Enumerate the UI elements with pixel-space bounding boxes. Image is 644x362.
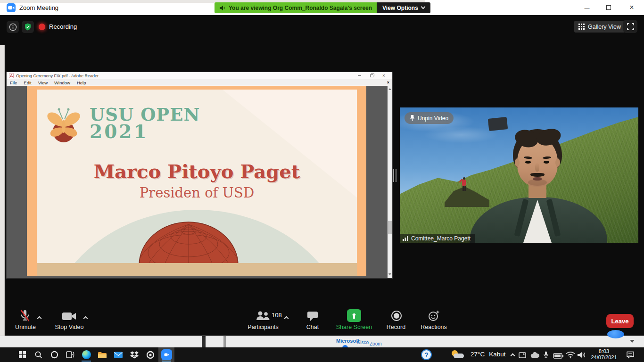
slide-speaker-role: Presiden of USD bbox=[37, 185, 357, 201]
task-view-button[interactable] bbox=[62, 347, 78, 362]
scroll-up-arrow[interactable] bbox=[388, 87, 392, 90]
mic-tray-button[interactable] bbox=[543, 351, 549, 361]
person-ear-left bbox=[515, 158, 520, 167]
window-title: Zoom Meeting bbox=[19, 4, 58, 11]
search-button[interactable] bbox=[30, 347, 46, 362]
unmute-button[interactable]: Unmute bbox=[8, 324, 42, 330]
zoom-taskbar-button[interactable] bbox=[158, 347, 174, 362]
meeting-info-button[interactable] bbox=[7, 21, 19, 33]
mail-icon bbox=[114, 351, 123, 359]
zoom-app-icon bbox=[7, 3, 16, 12]
banner-message: You are viewing Org Comm_Ronaldo Sagala'… bbox=[229, 5, 372, 11]
share-screen-icon[interactable] bbox=[347, 309, 361, 322]
unpin-video-label: Unpin Video bbox=[418, 115, 448, 122]
pdf-close-button[interactable]: × bbox=[378, 73, 390, 78]
participants-button[interactable]: Participants bbox=[243, 324, 283, 330]
pdf-restore-button[interactable] bbox=[365, 74, 378, 77]
pdf-menubar-close-icon[interactable]: × bbox=[384, 80, 392, 85]
battery-icon bbox=[553, 353, 564, 359]
menu-file[interactable]: File bbox=[7, 80, 20, 85]
mail-button[interactable] bbox=[110, 347, 126, 362]
globe-dome-illustration bbox=[138, 221, 239, 265]
close-button[interactable]: × bbox=[619, 0, 644, 15]
weather-text[interactable]: 27°C Kabut bbox=[471, 351, 505, 358]
help-icon: ? bbox=[424, 351, 429, 359]
scroll-down-arrow[interactable] bbox=[388, 273, 392, 277]
taskbar: ? 27°C Kabut 8:03 24/07/2 bbox=[0, 347, 644, 362]
scrollbar-thumb[interactable] bbox=[388, 221, 392, 234]
video-options-chevron[interactable] bbox=[83, 316, 88, 321]
person-ear-right bbox=[555, 158, 560, 167]
menu-window[interactable]: Window bbox=[51, 80, 74, 85]
dropbox-button[interactable] bbox=[126, 347, 142, 362]
tray-screen-clip-button[interactable] bbox=[519, 352, 526, 360]
maximize-button[interactable] bbox=[598, 0, 619, 15]
leave-button[interactable]: Leave bbox=[606, 314, 634, 328]
background-window-strip: Microsoft Cisco Zoom bbox=[0, 336, 644, 347]
minimize-button[interactable]: — bbox=[576, 0, 598, 15]
wifi-icon bbox=[566, 351, 575, 359]
mic-tray-icon bbox=[543, 351, 549, 359]
volume-tray-button[interactable] bbox=[577, 351, 586, 361]
weather-condition: Kabut bbox=[489, 351, 505, 358]
fullscreen-button[interactable] bbox=[623, 20, 637, 33]
bg-label-zoom: Zoom bbox=[370, 341, 382, 346]
menu-view[interactable]: View bbox=[35, 80, 51, 85]
strip-caret-icon[interactable] bbox=[630, 340, 635, 345]
record-button[interactable]: Record bbox=[383, 324, 409, 330]
pdf-minimize-button[interactable] bbox=[353, 75, 365, 76]
participants-icon[interactable] bbox=[255, 311, 270, 321]
app-ring-button[interactable] bbox=[142, 347, 158, 362]
info-icon bbox=[9, 23, 17, 31]
pdf-scrollbar[interactable] bbox=[388, 86, 392, 278]
participants-options-chevron[interactable] bbox=[284, 316, 289, 321]
help-tray-button[interactable]: ? bbox=[421, 349, 432, 360]
start-button[interactable] bbox=[14, 347, 30, 362]
view-options-button[interactable]: View Options bbox=[377, 2, 430, 13]
mic-muted-icon[interactable] bbox=[19, 309, 31, 322]
record-icon[interactable] bbox=[390, 310, 403, 322]
panel-resize-handle[interactable] bbox=[393, 169, 396, 182]
floating-zoom-dot[interactable] bbox=[607, 330, 624, 338]
person-eye-right bbox=[544, 161, 549, 164]
weather-button[interactable] bbox=[451, 350, 468, 360]
clock-tray-button[interactable]: 8:03 24/07/2021 bbox=[587, 348, 620, 361]
strip-divider-1 bbox=[202, 336, 206, 347]
battery-tray-button[interactable] bbox=[553, 352, 564, 361]
onedrive-tray-button[interactable] bbox=[530, 352, 540, 360]
edge-button[interactable] bbox=[78, 347, 94, 362]
zoom-camera-glyph bbox=[163, 351, 170, 358]
person-nose bbox=[535, 163, 539, 172]
chat-button[interactable]: Chat bbox=[302, 324, 323, 330]
maximize-icon bbox=[606, 5, 611, 10]
participant-name-tag: Comittee_Marco Pagett bbox=[400, 234, 475, 243]
chat-icon[interactable] bbox=[307, 311, 318, 321]
video-camera-icon[interactable] bbox=[62, 311, 77, 321]
participant-video[interactable]: Unpin Video Comittee_Marco Pagett bbox=[400, 107, 638, 243]
banner-message-area: You are viewing Org Comm_Ronaldo Sagala'… bbox=[215, 2, 377, 13]
tray-expand-chevron[interactable] bbox=[511, 354, 515, 358]
unpin-video-button[interactable]: Unpin Video bbox=[405, 112, 454, 124]
cloud-weather-icon bbox=[454, 354, 464, 358]
menu-help[interactable]: Help bbox=[74, 80, 90, 85]
cortana-button[interactable] bbox=[46, 347, 62, 362]
app-ring-icon bbox=[146, 351, 155, 359]
menu-edit[interactable]: Edit bbox=[20, 80, 34, 85]
mic-options-chevron[interactable] bbox=[37, 316, 42, 321]
stop-video-button[interactable]: Stop Video bbox=[51, 324, 87, 330]
tray-date: 24/07/2021 bbox=[587, 354, 620, 361]
cloud-icon bbox=[530, 352, 540, 358]
file-explorer-icon bbox=[98, 351, 107, 359]
action-center-button[interactable] bbox=[626, 351, 635, 361]
pdf-content: USU OPEN 2021 Marco Pitoyo Paget Preside… bbox=[7, 86, 392, 278]
pdf-minimize-icon bbox=[358, 75, 361, 76]
encryption-shield-button[interactable] bbox=[22, 21, 34, 33]
reactions-button[interactable]: Reactions bbox=[419, 324, 449, 330]
file-explorer-button[interactable] bbox=[94, 347, 110, 362]
gallery-view-button[interactable]: Gallery View bbox=[574, 21, 625, 33]
wifi-tray-button[interactable] bbox=[566, 351, 575, 361]
reactions-icon[interactable] bbox=[428, 310, 440, 322]
share-screen-button[interactable]: Share Screen bbox=[335, 324, 373, 330]
close-icon: × bbox=[629, 3, 634, 12]
bg-label-microsoft: Microsoft bbox=[336, 338, 360, 344]
